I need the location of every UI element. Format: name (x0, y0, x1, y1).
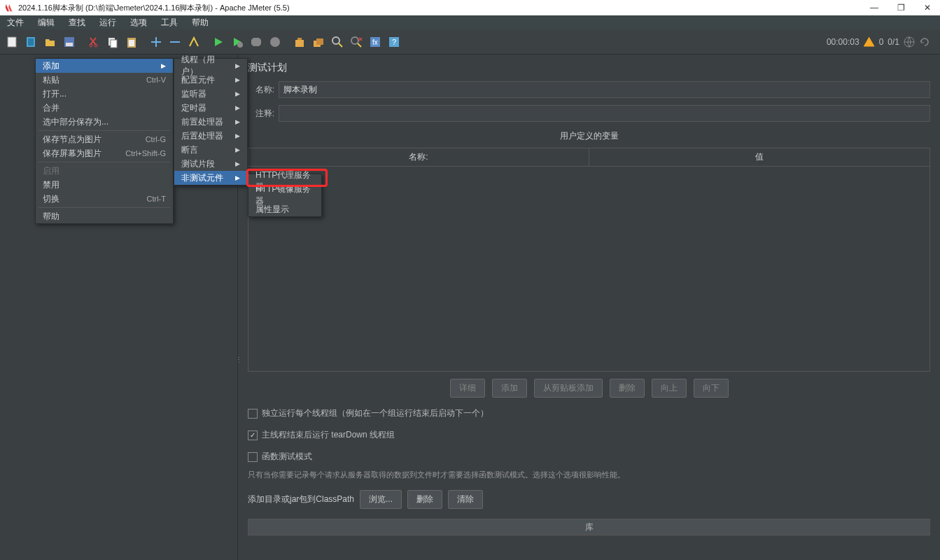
titlebar: 2024.1.16脚本录制 (D:\前端\Jemeter\2024.1.16脚本… (0, 0, 940, 15)
stop-icon[interactable] (248, 34, 265, 50)
functional-hint: 只有当你需要记录每个请求从服务器取得的数据到文件时才需要选择函数测试模式。选择这… (248, 470, 930, 480)
library-bar: 库 (248, 519, 930, 536)
functional-checkbox[interactable] (248, 452, 258, 462)
menu-help[interactable]: 帮助 (189, 15, 211, 30)
templates-icon[interactable] (23, 34, 40, 50)
threads-total: 0/1 (888, 37, 899, 47)
svg-rect-4 (66, 43, 73, 46)
name-label: 名称: (248, 84, 274, 96)
jmeter-icon (4, 3, 14, 13)
ctx-save-screen-image[interactable]: 保存屏幕为图片Ctrl+Shift-G (36, 146, 173, 160)
sub-timer[interactable]: 定时器▶ (174, 101, 247, 115)
svg-point-17 (351, 37, 358, 44)
svg-rect-8 (111, 40, 117, 48)
svg-text:fx: fx (372, 38, 378, 46)
clear-all-icon[interactable] (310, 34, 327, 50)
up-button[interactable]: 向上 (652, 379, 687, 398)
ctx-open[interactable]: 打开... (36, 87, 173, 101)
uservars-table[interactable]: 名称: 值 (248, 148, 930, 372)
svg-text:?: ? (392, 38, 396, 46)
ctx-toggle[interactable]: 切换Ctrl-T (36, 192, 173, 206)
name-input[interactable] (279, 81, 930, 98)
menu-edit[interactable]: 编辑 (35, 15, 57, 30)
copy-icon[interactable] (104, 34, 121, 50)
delete-jar-button[interactable]: 删除 (407, 490, 442, 509)
save-icon[interactable] (61, 34, 78, 50)
comment-label: 注释: (248, 108, 274, 120)
sub-listener[interactable]: 监听器▶ (174, 87, 247, 101)
context-menu-testplan: 添加▶ 粘贴Ctrl-V 打开... 合并 选中部分保存为... 保存节点为图片… (35, 58, 174, 224)
menu-options[interactable]: 选项 (127, 15, 150, 30)
sub-threads[interactable]: 线程（用户）▶ (174, 59, 247, 73)
minimize-button[interactable]: — (866, 1, 883, 15)
window-title: 2024.1.16脚本录制 (D:\前端\Jemeter\2024.1.16脚本… (18, 3, 856, 13)
library-label: 库 (585, 522, 594, 533)
function-icon[interactable]: fx (367, 34, 384, 50)
paste-icon[interactable] (123, 34, 140, 50)
sub-config[interactable]: 配置元件▶ (174, 73, 247, 87)
uservars-title: 用户定义的变量 (248, 130, 930, 142)
open-icon[interactable] (42, 34, 59, 50)
menu-tools[interactable]: 工具 (158, 15, 181, 30)
item-http-mirror-server[interactable]: HTTP镜像服务器 (248, 188, 321, 202)
close-button[interactable]: ✕ (919, 1, 936, 15)
teardown-label: 主线程结束后运行 tearDown 线程组 (262, 429, 395, 441)
menu-file[interactable]: 文件 (4, 15, 27, 30)
cut-icon[interactable] (85, 34, 102, 50)
search-icon[interactable] (329, 34, 346, 50)
shutdown-icon[interactable] (267, 34, 283, 50)
submenu-add: 线程（用户）▶ 配置元件▶ 监听器▶ 定时器▶ 前置处理器▶ 后置处理器▶ 断言… (174, 58, 248, 186)
svg-rect-13 (295, 40, 304, 47)
start-notimers-icon[interactable] (229, 34, 246, 50)
sub-preprocessor[interactable]: 前置处理器▶ (174, 115, 247, 129)
ctx-disable[interactable]: 禁用 (36, 178, 173, 192)
toggle-icon[interactable] (185, 34, 202, 50)
teardown-checkbox[interactable] (248, 430, 258, 440)
ctx-save-node-image[interactable]: 保存节点为图片Ctrl-G (36, 132, 173, 146)
clear-jar-button[interactable]: 清除 (448, 490, 483, 509)
maximize-button[interactable]: ❐ (892, 1, 909, 15)
browse-button[interactable]: 浏览... (360, 490, 402, 509)
functional-label: 函数测试模式 (262, 451, 312, 463)
detail-button[interactable]: 详细 (450, 379, 485, 398)
svg-rect-10 (129, 40, 134, 46)
comment-input[interactable] (279, 105, 930, 122)
splitter-grip-icon[interactable]: ⋮ (235, 356, 242, 363)
warning-icon[interactable] (864, 37, 875, 47)
svg-rect-2 (28, 38, 34, 46)
menu-search[interactable]: 查找 (66, 15, 88, 30)
refresh-icon (919, 36, 930, 48)
delete-button[interactable]: 删除 (610, 379, 645, 398)
expand-icon[interactable] (148, 34, 164, 50)
ctx-add[interactable]: 添加▶ (36, 59, 173, 73)
help-icon[interactable]: ? (386, 34, 402, 50)
active-threads: 0 (879, 37, 884, 47)
col-name: 名称: (248, 148, 589, 166)
col-value: 值 (589, 148, 930, 166)
ctx-paste[interactable]: 粘贴Ctrl-V (36, 73, 173, 87)
toolbar: fx ? 00:00:03 0 0/1 (0, 29, 940, 55)
sub-postprocessor[interactable]: 后置处理器▶ (174, 129, 247, 143)
submenu-nontest: HTTP代理服务器 HTTP镜像服务器 属性显示 (248, 174, 322, 217)
sub-testfragment[interactable]: 测试片段▶ (174, 157, 247, 171)
panel-title: 测试计划 (248, 62, 930, 74)
reset-search-icon[interactable] (348, 34, 365, 50)
add-from-clipboard-button[interactable]: 从剪贴板添加 (534, 379, 603, 398)
start-icon[interactable] (210, 34, 227, 50)
menu-run[interactable]: 运行 (97, 15, 119, 30)
svg-point-16 (332, 37, 339, 44)
clear-icon[interactable] (291, 34, 308, 50)
sub-nontest[interactable]: 非测试元件▶ (174, 171, 247, 185)
ctx-merge[interactable]: 合并 (36, 101, 173, 115)
add-button[interactable]: 添加 (492, 379, 527, 398)
collapse-icon[interactable] (167, 34, 183, 50)
globe-icon (904, 36, 915, 48)
serial-checkbox[interactable] (248, 409, 258, 419)
sub-assertion[interactable]: 断言▶ (174, 143, 247, 157)
new-icon[interactable] (4, 34, 21, 50)
ctx-save-selection-as[interactable]: 选中部分保存为... (36, 115, 173, 129)
classpath-label: 添加目录或jar包到ClassPath (248, 493, 354, 505)
down-button[interactable]: 向下 (694, 379, 729, 398)
ctx-help[interactable]: 帮助 (36, 209, 173, 223)
ctx-enable: 启用 (36, 164, 173, 178)
